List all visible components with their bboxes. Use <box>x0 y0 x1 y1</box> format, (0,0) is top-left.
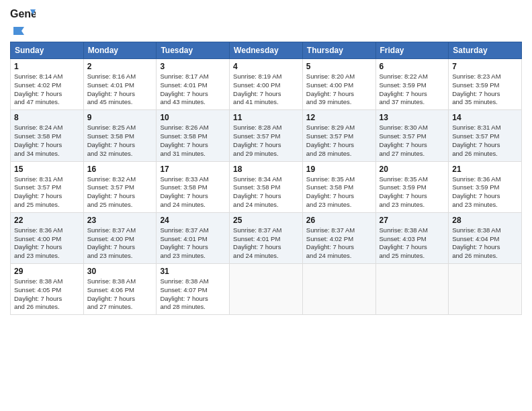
calendar-cell <box>302 264 375 315</box>
day-info: Sunrise: 8:33 AMSunset: 3:58 PMDaylight:… <box>160 175 226 210</box>
day-number: 31 <box>160 267 226 276</box>
calendar-cell: 1Sunrise: 8:14 AMSunset: 4:02 PMDaylight… <box>11 59 84 110</box>
day-info: Sunrise: 8:14 AMSunset: 4:02 PMDaylight:… <box>14 73 80 107</box>
header: General <box>10 7 522 36</box>
day-number: 22 <box>14 216 80 225</box>
calendar-cell: 30Sunrise: 8:38 AMSunset: 4:06 PMDayligh… <box>83 264 157 315</box>
day-number: 1 <box>14 62 80 71</box>
day-header-wednesday: Wednesday <box>230 42 303 59</box>
calendar-table: SundayMondayTuesdayWednesdayThursdayFrid… <box>10 42 522 315</box>
day-header-tuesday: Tuesday <box>157 42 230 59</box>
day-info: Sunrise: 8:37 AMSunset: 4:01 PMDaylight:… <box>160 226 226 261</box>
day-info: Sunrise: 8:36 AMSunset: 3:59 PMDaylight:… <box>452 175 518 210</box>
calendar-cell: 31Sunrise: 8:38 AMSunset: 4:07 PMDayligh… <box>157 264 230 315</box>
calendar-cell: 27Sunrise: 8:38 AMSunset: 4:03 PMDayligh… <box>375 212 449 263</box>
day-number: 16 <box>87 165 153 174</box>
calendar-cell <box>230 264 303 315</box>
calendar-cell: 23Sunrise: 8:37 AMSunset: 4:00 PMDayligh… <box>83 212 157 263</box>
day-number: 28 <box>452 216 518 225</box>
day-info: Sunrise: 8:38 AMSunset: 4:07 PMDaylight:… <box>160 277 226 312</box>
day-number: 27 <box>380 216 445 225</box>
day-info: Sunrise: 8:17 AMSunset: 4:01 PMDaylight:… <box>160 73 226 107</box>
day-header-friday: Friday <box>375 42 449 59</box>
calendar-cell <box>449 264 522 315</box>
day-info: Sunrise: 8:26 AMSunset: 3:58 PMDaylight:… <box>160 124 226 158</box>
calendar-cell: 2Sunrise: 8:16 AMSunset: 4:01 PMDaylight… <box>83 59 157 110</box>
calendar-cell: 18Sunrise: 8:34 AMSunset: 3:58 PMDayligh… <box>230 161 303 212</box>
day-info: Sunrise: 8:20 AMSunset: 4:00 PMDaylight:… <box>306 73 372 107</box>
day-number: 7 <box>452 62 518 71</box>
calendar-cell: 20Sunrise: 8:35 AMSunset: 3:59 PMDayligh… <box>375 161 449 212</box>
calendar-cell: 15Sunrise: 8:31 AMSunset: 3:57 PMDayligh… <box>11 161 84 212</box>
day-number: 4 <box>233 62 299 71</box>
calendar-cell: 24Sunrise: 8:37 AMSunset: 4:01 PMDayligh… <box>157 212 230 263</box>
day-number: 5 <box>306 62 372 71</box>
svg-marker-2 <box>13 27 24 35</box>
calendar-cell: 7Sunrise: 8:23 AMSunset: 3:59 PMDaylight… <box>449 59 522 110</box>
day-header-thursday: Thursday <box>302 42 375 59</box>
day-number: 17 <box>160 165 226 174</box>
day-info: Sunrise: 8:29 AMSunset: 3:57 PMDaylight:… <box>306 124 372 158</box>
day-number: 2 <box>87 62 153 71</box>
day-info: Sunrise: 8:35 AMSunset: 3:58 PMDaylight:… <box>306 175 372 210</box>
logo-icon: General <box>10 7 36 26</box>
calendar-cell: 12Sunrise: 8:29 AMSunset: 3:57 PMDayligh… <box>302 110 375 161</box>
calendar-week-5: 29Sunrise: 8:38 AMSunset: 4:05 PMDayligh… <box>11 264 522 315</box>
day-info: Sunrise: 8:37 AMSunset: 4:02 PMDaylight:… <box>306 226 372 261</box>
day-number: 14 <box>452 113 518 122</box>
day-header-saturday: Saturday <box>449 42 522 59</box>
logo: General <box>10 7 36 36</box>
day-info: Sunrise: 8:19 AMSunset: 4:00 PMDaylight:… <box>233 73 299 107</box>
day-info: Sunrise: 8:34 AMSunset: 3:58 PMDaylight:… <box>233 175 299 210</box>
calendar-cell: 6Sunrise: 8:22 AMSunset: 3:59 PMDaylight… <box>375 59 449 110</box>
day-number: 30 <box>87 267 153 276</box>
day-number: 13 <box>380 113 445 122</box>
day-info: Sunrise: 8:16 AMSunset: 4:01 PMDaylight:… <box>87 73 153 107</box>
calendar-week-2: 8Sunrise: 8:24 AMSunset: 3:58 PMDaylight… <box>11 110 522 161</box>
calendar-cell: 22Sunrise: 8:36 AMSunset: 4:00 PMDayligh… <box>11 212 84 263</box>
day-number: 20 <box>380 165 445 174</box>
calendar-page: General SundayMondayTuesdayWednesdayThur… <box>0 0 532 411</box>
day-number: 11 <box>233 113 299 122</box>
day-number: 6 <box>380 62 445 71</box>
day-info: Sunrise: 8:37 AMSunset: 4:00 PMDaylight:… <box>87 226 153 261</box>
day-info: Sunrise: 8:38 AMSunset: 4:03 PMDaylight:… <box>380 226 445 261</box>
day-number: 8 <box>14 113 80 122</box>
day-info: Sunrise: 8:28 AMSunset: 3:57 PMDaylight:… <box>233 124 299 158</box>
calendar-week-1: 1Sunrise: 8:14 AMSunset: 4:02 PMDaylight… <box>11 59 522 110</box>
calendar-week-3: 15Sunrise: 8:31 AMSunset: 3:57 PMDayligh… <box>11 161 522 212</box>
day-number: 24 <box>160 216 226 225</box>
calendar-cell: 9Sunrise: 8:25 AMSunset: 3:58 PMDaylight… <box>83 110 157 161</box>
day-info: Sunrise: 8:23 AMSunset: 3:59 PMDaylight:… <box>452 73 518 107</box>
day-number: 10 <box>160 113 226 122</box>
day-header-monday: Monday <box>83 42 157 59</box>
day-header-sunday: Sunday <box>11 42 84 59</box>
calendar-cell: 26Sunrise: 8:37 AMSunset: 4:02 PMDayligh… <box>302 212 375 263</box>
calendar-cell: 11Sunrise: 8:28 AMSunset: 3:57 PMDayligh… <box>230 110 303 161</box>
day-number: 23 <box>87 216 153 225</box>
day-info: Sunrise: 8:31 AMSunset: 3:57 PMDaylight:… <box>14 175 80 210</box>
day-number: 19 <box>306 165 372 174</box>
calendar-cell: 25Sunrise: 8:37 AMSunset: 4:01 PMDayligh… <box>230 212 303 263</box>
day-info: Sunrise: 8:36 AMSunset: 4:00 PMDaylight:… <box>14 226 80 261</box>
calendar-cell: 21Sunrise: 8:36 AMSunset: 3:59 PMDayligh… <box>449 161 522 212</box>
day-info: Sunrise: 8:38 AMSunset: 4:05 PMDaylight:… <box>14 277 80 312</box>
calendar-cell: 19Sunrise: 8:35 AMSunset: 3:58 PMDayligh… <box>302 161 375 212</box>
day-info: Sunrise: 8:22 AMSunset: 3:59 PMDaylight:… <box>380 73 445 107</box>
calendar-header-row: SundayMondayTuesdayWednesdayThursdayFrid… <box>11 42 522 59</box>
calendar-cell: 10Sunrise: 8:26 AMSunset: 3:58 PMDayligh… <box>157 110 230 161</box>
day-info: Sunrise: 8:38 AMSunset: 4:06 PMDaylight:… <box>87 277 153 312</box>
calendar-cell <box>375 264 449 315</box>
calendar-cell: 29Sunrise: 8:38 AMSunset: 4:05 PMDayligh… <box>11 264 84 315</box>
day-info: Sunrise: 8:30 AMSunset: 3:57 PMDaylight:… <box>380 124 445 158</box>
day-number: 26 <box>306 216 372 225</box>
day-number: 29 <box>14 267 80 276</box>
calendar-cell: 14Sunrise: 8:31 AMSunset: 3:57 PMDayligh… <box>449 110 522 161</box>
calendar-cell: 17Sunrise: 8:33 AMSunset: 3:58 PMDayligh… <box>157 161 230 212</box>
day-info: Sunrise: 8:31 AMSunset: 3:57 PMDaylight:… <box>452 124 518 158</box>
day-number: 18 <box>233 165 299 174</box>
day-number: 9 <box>87 113 153 122</box>
calendar-cell: 28Sunrise: 8:38 AMSunset: 4:04 PMDayligh… <box>449 212 522 263</box>
calendar-cell: 5Sunrise: 8:20 AMSunset: 4:00 PMDaylight… <box>302 59 375 110</box>
calendar-week-4: 22Sunrise: 8:36 AMSunset: 4:00 PMDayligh… <box>11 212 522 263</box>
